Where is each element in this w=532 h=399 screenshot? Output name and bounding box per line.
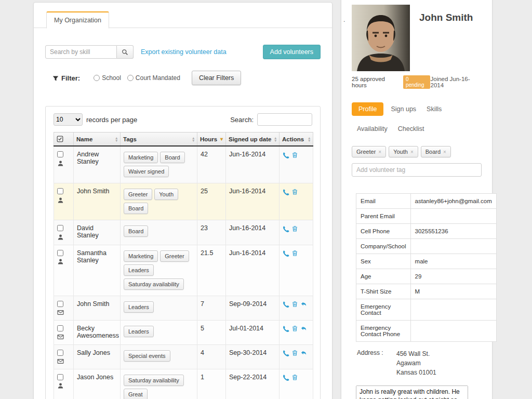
tag-pill[interactable]: Waiver signed [124,166,169,177]
row-checkbox[interactable] [57,325,63,331]
trash-icon[interactable] [291,224,298,232]
volunteer-row[interactable]: John SmithGreeterYouthBoard25Jun-16-2014 [54,183,313,220]
profile-tab-skills[interactable]: Skills [421,102,447,116]
phone-icon[interactable] [283,249,289,257]
column-header-hours[interactable]: Hours▾ [197,132,226,147]
tab-my-organization[interactable]: My Organization [46,11,109,29]
volunteer-row[interactable]: John SmithLeaders7Sep-09-2014 [54,296,313,320]
trash-icon[interactable] [291,300,298,308]
tag-pill[interactable]: Board [124,225,148,237]
phone-icon[interactable] [283,300,289,308]
field-value [410,209,496,224]
row-checkbox[interactable] [57,188,63,194]
field-value: male [410,254,496,269]
volunteer-tag-pill[interactable]: Board× [421,146,451,157]
tag-pill[interactable]: Saturday availability [124,375,184,386]
column-header-actions[interactable]: Actions▴▾ [280,132,313,147]
trash-icon[interactable] [291,151,298,158]
volunteer-hours: 7 [197,296,226,320]
phone-icon[interactable] [283,349,289,356]
trash-icon[interactable] [291,325,298,332]
tag-pill[interactable]: Leaders [124,264,154,276]
user-icon [57,382,64,389]
trash-icon[interactable] [291,249,298,257]
trash-icon[interactable] [291,188,298,195]
volunteer-profile-panel: . [341,0,493,399]
tag-pill[interactable]: Great [124,389,148,399]
filter-radio-school[interactable]: School [94,74,121,82]
row-checkbox[interactable] [57,151,63,157]
tag-pill[interactable]: Marketing [124,152,158,163]
volunteer-tags-cell: MarketingGreeterLeadersSaturday availabi… [121,245,197,296]
row-checkbox[interactable] [57,250,63,256]
profile-tab-sign-ups[interactable]: Sign ups [385,102,421,116]
approved-hours-text: 25 approved hours [352,76,400,88]
signed-up-date: Sep-09-2014 [226,296,280,320]
export-volunteer-data-link[interactable]: Export existing volunteer data [141,48,227,56]
user-icon [57,258,64,265]
row-checkbox[interactable] [57,301,63,307]
volunteer-row[interactable]: Jason JonesSaturday availabilityGreat1Se… [54,369,313,399]
phone-icon[interactable] [283,325,289,332]
row-checkbox[interactable] [57,225,63,231]
tag-pill[interactable]: Greeter [124,189,152,200]
profile-tab-profile[interactable]: Profile [352,102,383,116]
tag-pill[interactable]: Greeter [160,250,189,262]
volunteer-tag-pill[interactable]: Youth× [389,146,418,157]
phone-icon[interactable] [283,151,289,158]
volunteer-tag-pill[interactable]: Greeter× [352,146,386,157]
tag-pill[interactable]: Saturday availability [124,278,184,290]
row-checkbox[interactable] [57,350,63,356]
phone-icon[interactable] [283,374,289,381]
tag-pill[interactable]: Board [124,203,148,214]
notes-textarea[interactable]: John is really great with children. He k… [356,385,468,399]
column-header-tags[interactable]: Tags▴▾ [121,132,197,147]
tag-pill[interactable]: Special events [124,350,170,362]
volunteer-row[interactable]: Samantha StanleyMarketingGreeterLeadersS… [54,245,313,296]
tag-pill[interactable]: Leaders [124,326,154,337]
column-header-date[interactable]: Signed up date▴▾ [226,132,280,147]
column-header-select[interactable] [54,132,74,147]
volunteer-row[interactable]: Andrew StanleyMarketingBoardWaiver signe… [54,146,313,183]
volunteer-name: Becky Awesomeness [74,320,121,344]
field-value: astanley86+john@gmail.com [410,194,496,209]
add-volunteers-button[interactable]: Add volunteers [263,45,321,59]
address-line: 456 Wall St. [396,349,436,358]
sort-icon: ▴▾ [308,137,310,142]
tag-pill[interactable]: Leaders [124,301,154,313]
add-volunteer-tag-input[interactable] [352,163,482,177]
volunteer-tags: Greeter×Youth×Board× [352,145,482,159]
filter-radio-court-mandated[interactable]: Court Mandated [127,74,180,82]
skill-search-input[interactable] [45,45,117,59]
volunteer-name: John Smith [74,183,121,220]
search-icon [122,48,128,56]
reply-icon[interactable] [300,300,307,308]
volunteer-row[interactable]: Sally JonesSpecial events4Sep-30-2014 [54,345,313,369]
remove-tag-icon[interactable]: × [378,149,381,155]
clear-filters-button[interactable]: Clear Filters [192,71,241,85]
column-header-name[interactable]: Name▴▾ [74,132,121,147]
volunteer-tags-cell: MarketingBoardWaiver signed [121,146,197,183]
volunteer-tags-cell: Leaders [121,320,197,344]
row-checkbox[interactable] [57,374,63,380]
remove-tag-icon[interactable]: × [443,149,446,155]
reply-icon[interactable] [300,349,307,356]
tag-pill[interactable]: Youth [154,189,178,200]
phone-icon[interactable] [283,224,289,232]
records-per-page-select[interactable]: 10 [54,113,83,126]
volunteer-row[interactable]: David StanleyBoard23Jun-16-2014 [54,220,313,245]
tag-pill[interactable]: Board [160,152,184,163]
profile-tab-checklist[interactable]: Checklist [393,122,430,136]
table-search-input[interactable] [257,113,312,126]
phone-icon[interactable] [283,188,289,195]
field-label: Emergency Contact Phone [356,321,411,342]
trash-icon[interactable] [291,349,298,356]
profile-tab-availability[interactable]: Availability [352,122,393,136]
address-line: Agawam [396,358,436,368]
trash-icon[interactable] [291,374,298,381]
search-button[interactable] [117,45,134,59]
volunteer-row[interactable]: Becky AwesomenessLeaders5Jul-01-2014 [54,320,313,344]
remove-tag-icon[interactable]: × [410,149,414,155]
reply-icon[interactable] [300,325,307,332]
tag-pill[interactable]: Marketing [124,250,158,262]
